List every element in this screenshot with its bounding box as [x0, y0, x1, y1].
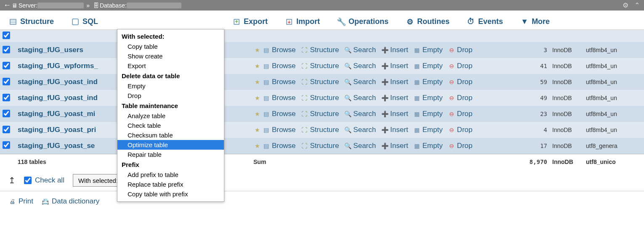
- star-icon[interactable]: ★: [253, 110, 261, 118]
- row-checkbox[interactable]: [3, 141, 10, 149]
- menu-analyze[interactable]: Analyze table: [117, 111, 224, 121]
- drop-link[interactable]: ⊖Drop: [448, 94, 473, 102]
- structure-link[interactable]: ⛶Structure: [301, 94, 339, 102]
- drop-link[interactable]: ⊖Drop: [448, 126, 473, 134]
- menu-show-create[interactable]: Show create: [117, 51, 224, 61]
- row-checkbox[interactable]: [3, 46, 10, 53]
- insert-icon: ➕: [381, 46, 389, 54]
- structure-link[interactable]: ⛶Structure: [301, 62, 339, 70]
- drop-link[interactable]: ⊖Drop: [448, 62, 473, 70]
- table-name-link[interactable]: staging_fUG_yoast_se: [18, 142, 95, 150]
- insert-link[interactable]: ➕Insert: [381, 94, 408, 102]
- tab-operations[interactable]: 🔧 Operations: [333, 14, 394, 29]
- with-selected-menu: With selected: Copy table Show create Ex…: [117, 29, 224, 202]
- tab-structure[interactable]: Structure: [4, 14, 59, 29]
- browse-link[interactable]: ▤Browse: [263, 142, 296, 150]
- insert-link[interactable]: ➕Insert: [381, 142, 408, 150]
- drop-link[interactable]: ⊖Drop: [448, 142, 473, 150]
- empty-link[interactable]: ▦Empty: [413, 110, 443, 118]
- empty-link[interactable]: ▦Empty: [413, 46, 443, 54]
- row-checkbox[interactable]: [3, 94, 10, 101]
- empty-link[interactable]: ▦Empty: [413, 94, 443, 102]
- star-icon[interactable]: ★: [253, 126, 261, 134]
- drop-link[interactable]: ⊖Drop: [448, 78, 473, 86]
- insert-link[interactable]: ➕Insert: [381, 78, 408, 86]
- menu-replace-prefix[interactable]: Replace table prefix: [117, 180, 224, 189]
- tab-events[interactable]: ⏱ Events: [462, 14, 508, 29]
- back-icon[interactable]: ←: [3, 1, 11, 10]
- menu-checksum[interactable]: Checksum table: [117, 130, 224, 140]
- empty-link[interactable]: ▦Empty: [413, 62, 443, 70]
- star-icon[interactable]: ★: [253, 62, 261, 70]
- star-icon[interactable]: ★: [253, 46, 261, 54]
- structure-icon: ⛶: [301, 126, 308, 134]
- star-icon[interactable]: ★: [253, 94, 261, 102]
- empty-link[interactable]: ▦Empty: [413, 126, 443, 134]
- tab-import[interactable]: Import: [280, 14, 325, 29]
- table-name-link[interactable]: staging_fUG_wpforms_: [18, 62, 98, 70]
- tab-more[interactable]: ▼ More: [516, 14, 555, 29]
- tab-sql[interactable]: SQL: [67, 14, 103, 29]
- collapse-icon[interactable]: ⌃: [634, 1, 640, 9]
- insert-link[interactable]: ➕Insert: [381, 110, 408, 118]
- tab-routines[interactable]: ⚙ Routines: [401, 14, 455, 29]
- table-name-link[interactable]: staging_fUG_yoast_ind: [18, 94, 98, 102]
- check-all-checkbox[interactable]: [24, 177, 32, 184]
- tab-export[interactable]: Export: [228, 14, 273, 29]
- structure-link[interactable]: ⛶Structure: [301, 110, 339, 118]
- star-icon[interactable]: ★: [253, 78, 261, 86]
- browse-link[interactable]: ▤Browse: [263, 46, 296, 54]
- menu-optimize[interactable]: Optimize table: [117, 140, 224, 150]
- menu-drop[interactable]: Drop: [117, 91, 224, 100]
- row-checkbox[interactable]: [3, 32, 10, 39]
- structure-link[interactable]: ⛶Structure: [301, 142, 339, 150]
- row-collation: utf8mb4_un: [586, 95, 617, 101]
- table-name-link[interactable]: staging_fUG_yoast_ind: [18, 78, 98, 86]
- menu-export[interactable]: Export: [117, 61, 224, 71]
- table-row: [0, 30, 644, 42]
- table-name-link[interactable]: staging_fUG_yoast_pri: [18, 126, 96, 134]
- empty-link[interactable]: ▦Empty: [413, 142, 443, 150]
- insert-link[interactable]: ➕Insert: [381, 62, 408, 70]
- insert-link[interactable]: ➕Insert: [381, 46, 408, 54]
- browse-link[interactable]: ▤Browse: [263, 78, 296, 86]
- row-checkbox[interactable]: [3, 126, 10, 133]
- tab-events-label: Events: [478, 17, 503, 26]
- menu-copy-table[interactable]: Copy table: [117, 42, 224, 51]
- drop-link[interactable]: ⊖Drop: [448, 110, 473, 118]
- menu-check[interactable]: Check table: [117, 121, 224, 130]
- structure-link[interactable]: ⛶Structure: [301, 46, 339, 54]
- table-name-link[interactable]: staging_fUG_users: [18, 46, 83, 54]
- insert-link[interactable]: ➕Insert: [381, 126, 408, 134]
- row-checkbox[interactable]: [3, 62, 10, 69]
- search-link[interactable]: 🔍Search: [344, 110, 376, 118]
- row-collation: utf8mb4_un: [586, 79, 617, 85]
- gear-icon[interactable]: ⚙: [623, 1, 628, 9]
- browse-link[interactable]: ▤Browse: [263, 62, 296, 70]
- empty-link[interactable]: ▦Empty: [413, 78, 443, 86]
- drop-link[interactable]: ⊖Drop: [448, 46, 473, 54]
- menu-empty[interactable]: Empty: [117, 81, 224, 91]
- browse-link[interactable]: ▤Browse: [263, 126, 296, 134]
- print-link[interactable]: 🖨 Print: [8, 197, 33, 206]
- star-icon[interactable]: ★: [253, 142, 261, 150]
- search-link[interactable]: 🔍Search: [344, 46, 376, 54]
- structure-link[interactable]: ⛶Structure: [301, 126, 339, 134]
- search-link[interactable]: 🔍Search: [344, 126, 376, 134]
- menu-copy-prefix[interactable]: Copy table with prefix: [117, 189, 224, 199]
- table-name-link[interactable]: staging_fUG_yoast_mi: [18, 110, 95, 118]
- structure-link[interactable]: ⛶Structure: [301, 78, 339, 86]
- search-link[interactable]: 🔍Search: [344, 62, 376, 70]
- row-checkbox[interactable]: [3, 110, 10, 117]
- search-link[interactable]: 🔍Search: [344, 94, 376, 102]
- structure-icon: ⛶: [301, 110, 308, 118]
- browse-link[interactable]: ▤Browse: [263, 110, 296, 118]
- menu-repair[interactable]: Repair table: [117, 150, 224, 159]
- search-link[interactable]: 🔍Search: [344, 78, 376, 86]
- search-link[interactable]: 🔍Search: [344, 142, 376, 150]
- browse-link[interactable]: ▤Browse: [263, 94, 296, 102]
- menu-add-prefix[interactable]: Add prefix to table: [117, 170, 224, 180]
- row-checkbox[interactable]: [3, 78, 10, 85]
- tab-routines-label: Routines: [417, 17, 450, 26]
- data-dictionary-link[interactable]: 📇 Data dictionary: [42, 197, 99, 206]
